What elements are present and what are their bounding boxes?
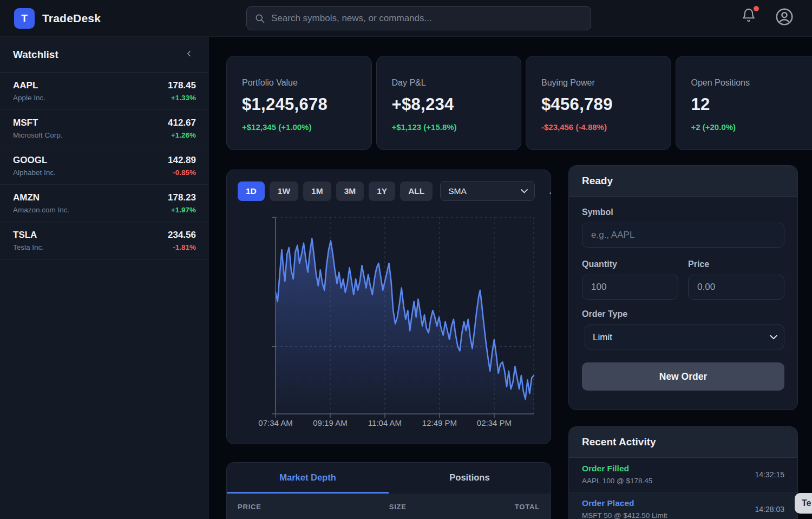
activity-item: Order Placed MSFT 50 @ $412.50 Limit 14:… xyxy=(569,492,797,519)
search-input[interactable] xyxy=(271,13,583,24)
activity-title: Recent Activity xyxy=(569,427,797,458)
price-label: Price xyxy=(688,260,784,269)
depth-tab[interactable]: Market Depth xyxy=(227,463,389,494)
avatar-icon xyxy=(775,7,794,27)
x-tick-label: 02:34 PM xyxy=(467,418,521,427)
app-logo-letter: T xyxy=(21,12,28,24)
range-button[interactable]: 1M xyxy=(303,181,331,201)
activity-event: Order Placed xyxy=(582,498,667,508)
watchlist-title: Watchlist xyxy=(13,49,58,61)
order-type-label: Order Type xyxy=(582,309,784,319)
range-button[interactable]: 3M xyxy=(336,181,364,201)
watchlist-symbol: GOOGL xyxy=(13,155,56,166)
depth-panel: Market Depth Positions PRICE SIZE TOTAL xyxy=(226,462,551,519)
indicator-select[interactable]: SMA xyxy=(440,181,535,201)
quantity-input[interactable] xyxy=(582,275,678,300)
watchlist-sidebar: Watchlist AAPL Apple Inc. 178.45 +1.33% xyxy=(0,37,209,519)
clipped-toast: Te xyxy=(795,493,812,514)
stat-cards: Portfolio Value $1,245,678 +$12,345 (+1.… xyxy=(226,56,812,150)
stat-value: 12 xyxy=(691,95,806,114)
range-buttons: 1D 1W 1M 3M 1Y ALL xyxy=(238,181,433,201)
toast-text: Te xyxy=(802,498,811,508)
watchlist-item[interactable]: TSLA Tesla Inc. 234.56 -1.81% xyxy=(0,222,209,260)
price-input[interactable] xyxy=(688,275,784,300)
stat-card: Day P&L +$8,234 +$1,123 (+15.8%) xyxy=(376,56,522,150)
stat-change: +$12,345 (+1.00%) xyxy=(242,122,356,132)
watchlist: AAPL Apple Inc. 178.45 +1.33% MSFT Micro… xyxy=(0,73,209,260)
chart-panel: 1D 1W 1M 3M 1Y ALL SMA xyxy=(226,170,551,444)
watchlist-item[interactable]: AAPL Apple Inc. 178.45 +1.33% xyxy=(0,73,209,110)
notifications-button[interactable] xyxy=(741,8,756,24)
watchlist-company: Amazon.com Inc. xyxy=(13,206,69,214)
symbol-input[interactable] xyxy=(582,223,784,248)
watchlist-change: +1.33% xyxy=(168,94,196,102)
stat-change: -$23,456 (-4.88%) xyxy=(541,122,656,132)
activity-panel: Recent Activity Order Filled AAPL 100 @ … xyxy=(568,426,798,519)
sidebar-collapse-button[interactable] xyxy=(182,47,196,62)
new-order-button[interactable]: New Order xyxy=(582,362,784,391)
activity-item: Order Filled AAPL 100 @ $178.45 14:32:15 xyxy=(569,458,797,492)
notification-dot xyxy=(754,6,759,11)
watchlist-item[interactable]: AMZN Amazon.com Inc. 178.23 +1.97% xyxy=(0,185,209,222)
watchlist-price: 412.67 xyxy=(168,118,196,128)
column-price: PRICE xyxy=(238,503,358,511)
range-button[interactable]: 1D xyxy=(238,181,265,201)
x-tick-label: 09:19 AM xyxy=(303,418,357,427)
activity-time: 14:32:15 xyxy=(755,470,785,479)
chart-toolbar: 1D 1W 1M 3M 1Y ALL SMA xyxy=(227,170,551,212)
watchlist-price: 178.23 xyxy=(168,192,196,203)
watchlist-change: -0.85% xyxy=(168,168,196,177)
column-size: SIZE xyxy=(358,503,437,511)
watchlist-symbol: AAPL xyxy=(13,80,45,91)
app-name: TradeDesk xyxy=(42,12,101,25)
stat-change: +$1,123 (+15.8%) xyxy=(392,122,506,132)
watchlist-company: Tesla Inc. xyxy=(13,243,44,251)
range-button[interactable]: 1W xyxy=(270,181,298,201)
activity-detail: MSFT 50 @ $412.50 Limit xyxy=(582,511,667,519)
watchlist-price: 142.89 xyxy=(168,155,196,166)
stat-card: Open Positions 12 +2 (+20.0%) xyxy=(676,56,812,150)
range-button[interactable]: ALL xyxy=(400,181,433,201)
range-button[interactable]: 1Y xyxy=(369,181,395,201)
x-axis-labels: 07:34 AM09:19 AM11:04 AM12:49 PM02:34 PM xyxy=(276,418,534,429)
stat-value: $1,245,678 xyxy=(242,95,356,114)
stat-label: Buying Power xyxy=(541,78,656,88)
activity-event: Order Filled xyxy=(582,464,652,473)
watchlist-header: Watchlist xyxy=(0,37,209,73)
order-status: Ready xyxy=(569,166,797,197)
depth-tabs: Market Depth Positions xyxy=(227,463,551,494)
stat-card: Buying Power $456,789 -$23,456 (-4.88%) xyxy=(526,56,671,150)
activity-detail: AAPL 100 @ $178.45 xyxy=(582,477,652,485)
stat-label: Day P&L xyxy=(392,78,506,88)
x-tick-label: 11:04 AM xyxy=(358,418,412,427)
watchlist-company: Apple Inc. xyxy=(13,94,45,102)
order-panel: Ready Symbol Quantity Price Order Type L… xyxy=(568,165,798,410)
price-chart xyxy=(276,217,534,414)
topbar: T TradeDesk xyxy=(0,0,812,37)
annotate-button[interactable]: Annotate xyxy=(549,186,551,196)
watchlist-symbol: AMZN xyxy=(13,192,69,203)
depth-tab[interactable]: Positions xyxy=(389,463,551,494)
search-bar[interactable] xyxy=(246,6,591,30)
watchlist-item[interactable]: GOOGL Alphabet Inc. 142.89 -0.85% xyxy=(0,147,209,185)
chevron-left-icon xyxy=(184,49,194,59)
column-total: TOTAL xyxy=(437,503,540,511)
search-icon xyxy=(254,13,265,24)
account-button[interactable] xyxy=(775,7,794,28)
watchlist-change: -1.81% xyxy=(168,243,196,251)
stat-value: $456,789 xyxy=(541,95,656,114)
x-tick-label: 12:49 PM xyxy=(412,418,467,427)
depth-table-header: PRICE SIZE TOTAL xyxy=(227,494,551,519)
app-logo: T xyxy=(14,8,35,29)
stat-label: Portfolio Value xyxy=(242,78,356,88)
quantity-label: Quantity xyxy=(582,260,678,269)
main-content: Portfolio Value $1,245,678 +$12,345 (+1.… xyxy=(209,37,812,519)
order-type-select[interactable]: Limit xyxy=(585,325,784,349)
watchlist-change: +1.26% xyxy=(168,131,196,139)
watchlist-symbol: TSLA xyxy=(13,230,44,241)
watchlist-item[interactable]: MSFT Microsoft Corp. 412.67 +1.26% xyxy=(0,110,209,147)
stat-change: +2 (+20.0%) xyxy=(691,122,806,132)
watchlist-company: Alphabet Inc. xyxy=(13,168,56,177)
activity-list: Order Filled AAPL 100 @ $178.45 14:32:15… xyxy=(569,458,797,519)
chart-area xyxy=(276,217,534,414)
